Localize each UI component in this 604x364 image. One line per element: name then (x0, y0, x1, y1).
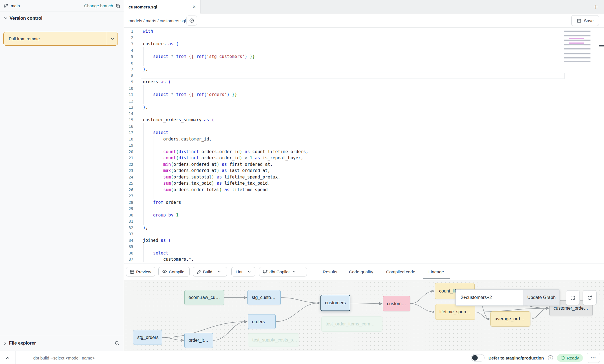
lineage-node-test_supply[interactable]: test_supply_costs_s… (248, 333, 299, 347)
status-bar: dbt build --select <model_name> Defer to… (0, 351, 604, 364)
active-tab-underline (423, 278, 450, 279)
code-line[interactable]: 9orders as ( (124, 79, 604, 85)
lineage-node-raw_customers[interactable]: ecom.raw_cu… (184, 290, 224, 305)
line-number: 1 (124, 28, 133, 35)
lint-button[interactable]: Lint (231, 267, 255, 276)
tab-code-quality[interactable]: Code quality (349, 263, 373, 280)
code-line[interactable]: 7), (124, 66, 604, 73)
lineage-panel[interactable]: ecom.raw_cu…stg_custo…customerscustom…co… (124, 280, 604, 351)
lineage-node-stg_customers[interactable]: stg_custo… (247, 290, 281, 305)
more-options-button[interactable]: ••• (587, 353, 600, 363)
code-line[interactable]: 6 (124, 60, 604, 66)
code-line[interactable]: 27 (124, 193, 604, 199)
code-line[interactable]: 18 orders.customer_id, (124, 136, 604, 142)
branch-name: main (11, 3, 20, 8)
minimap[interactable] (564, 29, 590, 62)
code-line[interactable]: 32), (124, 225, 604, 231)
copy-icon[interactable] (115, 3, 120, 8)
code-line[interactable]: 15customer_orders_summary as ( (124, 117, 604, 123)
line-number: 18 (124, 136, 133, 142)
code-line[interactable]: 26 sum(orders.order_total) as lifetime_s… (124, 187, 604, 193)
save-button[interactable]: Save (571, 15, 599, 26)
code-editor[interactable]: 1with23customers as (45 select * from {{… (124, 28, 604, 263)
command-input[interactable]: dbt build --select <model_name> (33, 351, 95, 364)
compile-button[interactable]: Compile (158, 267, 190, 276)
lineage-node-label: order_it… (189, 338, 208, 343)
tab-customers-sql[interactable]: customers.sql ✕ (124, 0, 201, 14)
tab-lineage[interactable]: Lineage (428, 263, 444, 280)
code-line[interactable]: 8 (124, 73, 604, 79)
lineage-node-customers[interactable]: customers (320, 295, 350, 311)
code-line[interactable]: 20 count(distinct orders.order_id) as co… (124, 149, 604, 155)
code-line[interactable]: 16 (124, 123, 604, 130)
code-line[interactable]: 22 min(orders.ordered_at) as first_order… (124, 161, 604, 168)
preview-button[interactable]: Preview (126, 267, 155, 276)
lineage-node-stg_orders[interactable]: stg_orders (133, 330, 162, 345)
code-line[interactable]: 31 (124, 218, 604, 225)
fullscreen-button[interactable] (566, 290, 580, 305)
lineage-selector-input[interactable]: 2+customers+2 (456, 290, 523, 305)
help-icon[interactable]: ? (548, 355, 553, 360)
update-graph-button[interactable]: Update Graph (523, 290, 559, 305)
defer-toggle[interactable] (471, 354, 484, 361)
dbt-copilot-button[interactable]: dbt Copilot (259, 267, 307, 276)
line-number: 31 (124, 218, 133, 225)
code-line[interactable]: 24 sum(orders.subtotal) as lifetime_spen… (124, 174, 604, 180)
close-icon[interactable]: ✕ (192, 4, 196, 9)
tab-results[interactable]: Results (323, 263, 337, 280)
code-line[interactable]: 29 (124, 206, 604, 212)
code-line[interactable]: 34joined as ( (124, 237, 604, 244)
lint-dropdown[interactable] (244, 267, 254, 276)
pull-options-dropdown[interactable] (107, 32, 118, 45)
wrench-icon (193, 269, 201, 274)
status-badge[interactable]: Ready (557, 354, 583, 362)
code-line[interactable]: 28 from orders (124, 199, 604, 206)
change-branch-link[interactable]: Change branch (84, 3, 113, 8)
compass-icon (189, 18, 194, 23)
lineage-node-customer_metrics[interactable]: custom… (383, 296, 410, 311)
code-line[interactable]: 23 max(orders.ordered_at) as last_ordere… (124, 168, 604, 174)
tab-compiled-code[interactable]: Compiled code (386, 263, 415, 280)
line-number: 25 (124, 180, 133, 187)
new-tab-button[interactable]: + (590, 0, 602, 14)
code-line[interactable]: 36 select (124, 250, 604, 256)
line-number: 34 (124, 237, 133, 244)
code-line[interactable]: 37 customers.*, (124, 256, 604, 263)
code-line[interactable]: 3customers as ( (124, 41, 604, 47)
version-control-header[interactable]: Version control (0, 16, 124, 21)
code-line[interactable]: 4 (124, 47, 604, 54)
code-line[interactable]: 10 (124, 85, 604, 92)
code-line[interactable]: 5 select * from {{ ref('stg_customers') … (124, 53, 604, 60)
refresh-button[interactable] (583, 290, 597, 305)
code-line[interactable]: 19 (124, 142, 604, 149)
build-button[interactable]: Build (193, 267, 227, 276)
build-dropdown[interactable] (214, 267, 224, 276)
code-line[interactable]: 14 (124, 111, 604, 117)
scrollbar-thumb[interactable] (599, 45, 604, 46)
file-explorer-header[interactable]: File explorer (0, 335, 124, 351)
code-line[interactable]: 21 count(distinct orders.order_id) > 1 a… (124, 155, 604, 161)
search-icon[interactable] (114, 340, 120, 346)
code-line[interactable]: 12 (124, 98, 604, 104)
lineage-node-order_items[interactable]: order_it… (184, 333, 213, 348)
code-line[interactable]: 2 (124, 35, 604, 41)
lineage-node-test_order_items[interactable]: test_order_items_com… (321, 316, 382, 332)
pull-from-remote-button[interactable]: Pull from remote (3, 32, 118, 46)
lineage-node-orders[interactable]: orders (248, 314, 276, 329)
code-line[interactable]: 13), (124, 104, 604, 111)
code-line[interactable]: 17 select (124, 129, 604, 136)
code-line[interactable]: 33 (124, 231, 604, 237)
line-number: 33 (124, 231, 133, 237)
code-line[interactable]: 35 (124, 244, 604, 250)
code-line[interactable]: 1with (124, 28, 604, 35)
code-line[interactable]: 25 sum(orders.tax_paid) as lifetime_tax_… (124, 180, 604, 187)
lineage-node-lifetime_spend[interactable]: lifetime_spen… (435, 304, 475, 320)
dbt-copilot-label: dbt Copilot (268, 269, 291, 274)
code-line[interactable]: 30 group by 1 (124, 212, 604, 218)
file-lineage-button[interactable] (186, 15, 197, 26)
line-number: 26 (124, 187, 133, 193)
code-line[interactable]: 11 select * from {{ ref('orders') }} (124, 91, 604, 98)
lineage-node-average_order[interactable]: average_ord… (490, 311, 530, 327)
refresh-icon (587, 295, 592, 301)
collapse-command-bar-button[interactable] (0, 351, 16, 364)
